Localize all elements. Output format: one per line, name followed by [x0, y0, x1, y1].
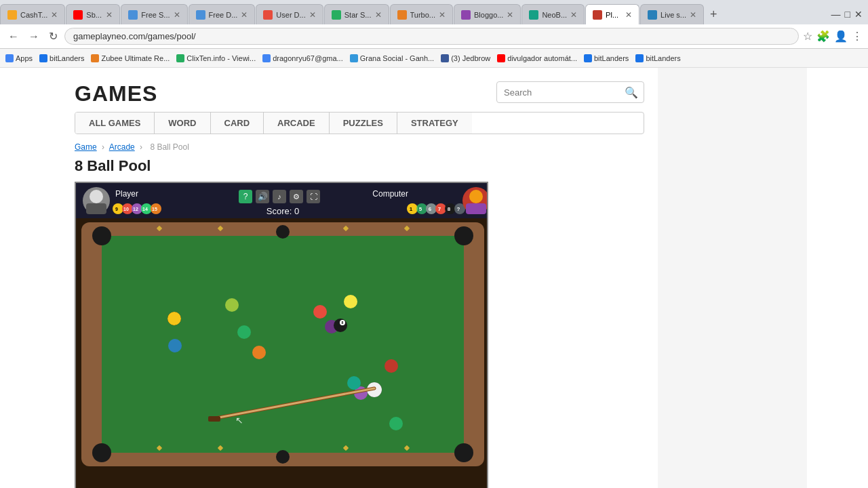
svg-point-5 — [113, 203, 123, 214]
tab-close-frees[interactable]: ✕ — [174, 10, 180, 20]
games-header: GAMES 🔍 — [75, 75, 644, 112]
tab-favicon-lives — [648, 10, 657, 20]
tab-close-turbo[interactable]: ✕ — [439, 10, 446, 20]
svg-text:5: 5 — [419, 206, 422, 212]
bookmark-star-icon[interactable]: ☆ — [803, 30, 812, 43]
tab-close-bloggo[interactable]: ✕ — [507, 10, 513, 20]
maximize-button[interactable]: □ — [845, 9, 850, 20]
close-button[interactable]: ✕ — [854, 9, 863, 20]
svg-text:7: 7 — [438, 206, 441, 212]
extensions-icon[interactable]: 🧩 — [816, 30, 830, 43]
bookmark-label-zubee: Zubee Ultimate Re... — [101, 54, 170, 62]
svg-point-59 — [167, 312, 181, 325]
bookmark-label-gmail: dragonryu67@gma... — [273, 54, 343, 62]
bookmark-clixten[interactable]: ClixTen.info - Viewi... — [176, 54, 256, 62]
tab-favicon-frees — [128, 10, 138, 20]
tab-close-lives[interactable]: ✕ — [690, 10, 696, 20]
game-wrapper[interactable]: Player 9 10 12 14 15 ? 🔊 — [75, 182, 488, 488]
search-button[interactable]: 🔍 — [619, 83, 644, 102]
search-input[interactable] — [497, 85, 619, 100]
games-title: GAMES — [75, 81, 157, 106]
bookmark-jedbrow[interactable]: (3) Jedbrow — [441, 54, 490, 62]
svg-rect-43 — [102, 236, 464, 453]
main-content: GAMES 🔍 ALL GAMES WORD CARD ARCADE PUZZL… — [61, 68, 658, 488]
tab-close-freed[interactable]: ✕ — [241, 10, 248, 20]
tab-user-d[interactable]: User D... ✕ — [256, 4, 323, 24]
pool-game-canvas[interactable]: Player 9 10 12 14 15 ? 🔊 — [76, 183, 488, 488]
tab-favicon-cash — [7, 10, 17, 20]
tab-favicon-userd — [263, 10, 273, 20]
svg-point-2 — [90, 190, 103, 203]
tab-label-userd: User D... — [276, 11, 305, 19]
tab-label-turbo: Turbo... — [410, 11, 436, 19]
tab-bar: CashT... ✕ Sb... ✕ Free S... ✕ Free D...… — [0, 0, 868, 24]
bookmark-favicon-zubee — [91, 54, 99, 62]
svg-point-66 — [334, 319, 347, 332]
tab-close-stars[interactable]: ✕ — [375, 10, 382, 20]
minimize-button[interactable]: — — [831, 9, 841, 20]
tab-sb[interactable]: Sb... ✕ — [66, 4, 120, 24]
tab-favicon-freed — [196, 10, 205, 20]
new-tab-button[interactable]: + — [705, 7, 723, 22]
tab-free-s[interactable]: Free S... ✕ — [121, 4, 187, 24]
breadcrumb-current: 8 Ball Pool — [150, 142, 189, 152]
tab-pl[interactable]: Pl... ✕ — [585, 4, 639, 24]
bookmark-divulgador[interactable]: divulgador automát... — [497, 54, 577, 62]
back-button[interactable]: ← — [5, 29, 22, 44]
tab-close-sb[interactable]: ✕ — [106, 10, 113, 20]
tab-close-cash[interactable]: ✕ — [51, 10, 58, 20]
tab-free-d[interactable]: Free D... ✕ — [189, 4, 256, 24]
forward-button[interactable]: → — [26, 29, 42, 44]
tab-all-games[interactable]: ALL GAMES — [75, 113, 155, 134]
tab-label-sb: Sb... — [86, 11, 102, 19]
bookmark-bitlanders2[interactable]: bitLanders — [584, 54, 629, 62]
svg-text:⚙: ⚙ — [293, 192, 300, 201]
tab-label-pl: Pl... — [606, 11, 622, 19]
breadcrumb-sep1: › — [102, 142, 104, 152]
reload-button[interactable]: ↻ — [46, 28, 60, 44]
bookmark-zubee[interactable]: Zubee Ultimate Re... — [91, 54, 170, 62]
tab-card[interactable]: CARD — [211, 113, 264, 134]
bookmark-label-bitlanders3: bitLanders — [646, 54, 680, 62]
bookmark-favicon-apps — [5, 54, 14, 62]
svg-point-47 — [92, 443, 111, 462]
url-bar[interactable] — [64, 28, 799, 45]
tab-neob[interactable]: NeoB... ✕ — [521, 4, 585, 24]
breadcrumb-arcade[interactable]: Arcade — [109, 142, 135, 152]
tab-strategy[interactable]: STRATEGY — [397, 113, 472, 134]
bookmark-favicon-jedbrow — [441, 54, 449, 62]
svg-text:↖: ↖ — [235, 415, 243, 426]
svg-text:Computer: Computer — [372, 189, 408, 199]
tab-turbo[interactable]: Turbo... ✕ — [390, 4, 454, 24]
bookmark-grana[interactable]: Grana Social - Ganh... — [350, 54, 434, 62]
bookmark-gmail[interactable]: dragonryu67@gma... — [262, 54, 343, 62]
bookmark-favicon-clixten — [176, 54, 184, 62]
bookmark-label-divulgador: divulgador automát... — [507, 54, 577, 62]
bookmark-bitlanders3[interactable]: bitLanders — [635, 54, 680, 62]
right-sidebar — [658, 68, 807, 488]
tab-bloggo[interactable]: Bloggo... ✕ — [454, 4, 521, 24]
tab-puzzles[interactable]: PUZZLES — [330, 113, 397, 134]
tab-arcade[interactable]: ARCADE — [264, 113, 330, 134]
svg-text:8: 8 — [342, 321, 344, 325]
tab-star-s[interactable]: Star S... ✕ — [324, 4, 389, 24]
bookmark-favicon-gmail — [262, 54, 271, 62]
tab-live-s[interactable]: Live s... ✕ — [640, 4, 704, 24]
bookmark-bitlanders1[interactable]: bitLanders — [39, 54, 84, 62]
tab-label-frees: Free S... — [141, 11, 170, 19]
tab-cash[interactable]: CashT... ✕ — [0, 4, 65, 24]
svg-rect-3 — [86, 203, 106, 214]
tab-close-userd[interactable]: ✕ — [309, 10, 316, 20]
breadcrumb-game[interactable]: Game — [75, 142, 97, 152]
bookmark-label-grana: Grana Social - Ganh... — [360, 54, 434, 62]
bookmark-apps[interactable]: Apps — [5, 54, 33, 62]
svg-text:12: 12 — [133, 207, 138, 211]
tab-favicon-bloggo — [461, 10, 471, 20]
menu-icon[interactable]: ⋮ — [852, 30, 863, 43]
tab-close-neob[interactable]: ✕ — [570, 10, 577, 20]
svg-text:14: 14 — [142, 207, 148, 211]
tab-close-pl[interactable]: ✕ — [625, 10, 632, 20]
svg-text:♪: ♪ — [277, 192, 281, 201]
profile-icon[interactable]: 👤 — [834, 30, 848, 43]
tab-word[interactable]: WORD — [155, 113, 210, 134]
